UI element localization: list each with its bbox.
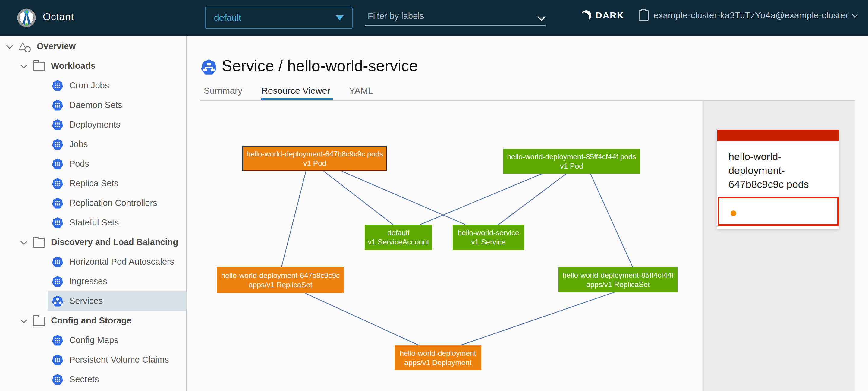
persistent-volume-claims-icon xyxy=(52,354,63,366)
graph-edge-rs-85-deploy xyxy=(461,292,615,345)
sidebar-item-label: Horizontal Pod Autoscalers xyxy=(69,257,174,267)
chevron-down-icon[interactable] xyxy=(21,61,27,68)
daemon-sets-icon xyxy=(52,99,63,111)
moon-icon xyxy=(580,9,592,22)
resource-viewer-graph: hello-world-deployment-647b8c9c9c podsv1… xyxy=(187,101,702,391)
sidebar-item-label: Persistent Volume Claims xyxy=(69,355,169,365)
sidebar-item-workloads[interactable]: Workloads xyxy=(0,56,186,76)
node-detail-panel: hello-world-deployment-647b8c9c9c pods xyxy=(702,101,855,391)
sidebar-item-label: Stateful Sets xyxy=(69,218,119,228)
sidebar-item-stateful-sets[interactable]: Stateful Sets xyxy=(48,213,186,233)
graph-edge-pod-85-svc-hello-world xyxy=(498,174,566,224)
cluster-name: example-cluster-ka3TuTzYo4a@example-clus… xyxy=(653,10,848,21)
tab-summary[interactable]: Summary xyxy=(204,86,242,96)
dark-theme-toggle[interactable]: DARK xyxy=(581,10,624,21)
node-kind: v1 Pod xyxy=(243,158,386,168)
octant-logo-icon xyxy=(17,8,36,27)
services-icon xyxy=(52,295,63,307)
node-name: hello-world-deployment-647b8c9c9c xyxy=(217,271,344,280)
label-filter xyxy=(365,8,546,26)
sidebar-item-label: Replica Sets xyxy=(69,178,119,188)
chevron-down-icon[interactable] xyxy=(21,238,27,245)
horizontal-pod-autoscalers-icon xyxy=(52,256,63,268)
sidebar-item-label: Cron Jobs xyxy=(69,81,109,90)
dark-toggle-label: DARK xyxy=(595,10,624,21)
graph-node-pod-647[interactable]: hello-world-deployment-647b8c9c9c podsv1… xyxy=(242,146,387,171)
node-kind: apps/v1 ReplicaSet xyxy=(217,280,344,290)
sidebar-item-label: Discovery and Load Balancing xyxy=(51,237,178,247)
sidebar-item-deployments[interactable]: Deployments xyxy=(48,115,186,134)
graph-node-sa-default[interactable]: defaultv1 ServiceAccount xyxy=(365,224,432,250)
tab-resource-viewer[interactable]: Resource Viewer xyxy=(261,86,330,96)
tab-bar: SummaryResource ViewerYAML xyxy=(204,86,373,96)
pods-icon xyxy=(52,158,63,170)
sidebar-item-persistent-volume-claims[interactable]: Persistent Volume Claims xyxy=(48,350,186,369)
graph-node-pod-85[interactable]: hello-world-deployment-85ff4cf44f podsv1… xyxy=(503,149,640,174)
graph-node-rs-647[interactable]: hello-world-deployment-647b8c9c9capps/v1… xyxy=(217,267,344,293)
sidebar-item-ingresses[interactable]: Ingresses xyxy=(48,272,186,291)
namespace-select[interactable]: default xyxy=(205,7,352,29)
sidebar-item-label: Deployments xyxy=(69,120,120,130)
secrets-icon xyxy=(52,374,63,385)
sidebar-item-daemon-sets[interactable]: Daemon Sets xyxy=(48,95,186,115)
service-icon xyxy=(201,59,217,76)
ingresses-icon xyxy=(52,276,63,287)
graph-node-rs-85[interactable]: hello-world-deployment-85ff4cf44fapps/v1… xyxy=(558,267,678,292)
app-title: Octant xyxy=(43,11,74,23)
graph-edge-pod-85-rs-85 xyxy=(590,174,632,267)
sidebar-item-horizontal-pod-autoscalers[interactable]: Horizontal Pod Autoscalers xyxy=(48,252,186,272)
sidebar-item-label: Pods xyxy=(69,159,89,169)
sidebar-item-discovery-and-load-balancing[interactable]: Discovery and Load Balancing xyxy=(0,233,186,252)
node-name: hello-world-service xyxy=(453,228,524,237)
sidebar-item-pods[interactable]: Pods xyxy=(48,154,186,174)
node-kind: v1 Service xyxy=(453,237,524,247)
label-filter-input[interactable] xyxy=(365,8,546,26)
sidebar-item-label: Services xyxy=(69,296,103,306)
sidebar-item-cron-jobs[interactable]: Cron Jobs xyxy=(48,76,186,95)
chevron-down-icon[interactable] xyxy=(6,42,13,49)
sidebar-item-label: Replication Controllers xyxy=(69,198,157,208)
replica-sets-icon xyxy=(52,178,63,189)
app-header: Octant default DARK example-cluster-ka3T… xyxy=(0,0,868,36)
sidebar-item-label: Overview xyxy=(37,41,76,51)
sidebar: △OverviewWorkloadsCron JobsDaemon SetsDe… xyxy=(0,36,187,391)
sidebar-item-replication-controllers[interactable]: Replication Controllers xyxy=(48,193,186,213)
chevron-down-icon[interactable] xyxy=(21,316,27,323)
tab-yaml[interactable]: YAML xyxy=(349,86,373,96)
sidebar-item-label: Ingresses xyxy=(69,276,107,287)
cluster-icon xyxy=(639,10,649,21)
sidebar-item-config-and-storage[interactable]: Config and Storage xyxy=(0,311,186,330)
graph-node-deploy[interactable]: hello-world-deploymentapps/v1 Deployment xyxy=(395,345,481,370)
graph-node-svc-hello-world[interactable]: hello-world-servicev1 Service xyxy=(453,224,524,250)
namespace-caret-icon xyxy=(336,16,344,21)
node-name: hello-world-deployment-647b8c9c9c pods xyxy=(243,149,386,158)
node-name: default xyxy=(365,228,432,237)
sidebar-item-label: Secrets xyxy=(69,374,99,384)
stateful-sets-icon xyxy=(52,217,63,229)
cluster-selector[interactable]: example-cluster-ka3TuTzYo4a@example-clus… xyxy=(639,10,856,21)
node-kind: v1 ServiceAccount xyxy=(365,237,432,247)
sidebar-item-label: Config and Storage xyxy=(51,315,131,326)
folder-icon xyxy=(33,238,45,247)
sidebar-item-config-maps[interactable]: Config Maps xyxy=(48,330,186,350)
replication-controllers-icon xyxy=(52,198,63,209)
detail-card-title: hello-world-deployment-647b8c9c9c pods xyxy=(717,141,839,191)
pod-status-dot[interactable] xyxy=(731,210,736,216)
sidebar-item-label: Config Maps xyxy=(69,335,119,345)
active-tab-underline xyxy=(261,98,333,100)
sidebar-item-secrets[interactable]: Secrets xyxy=(48,369,186,389)
sidebar-item-label: Jobs xyxy=(69,139,88,149)
graph-edge-pod-647-svc-hello-world xyxy=(342,171,465,224)
pod-status-box xyxy=(718,197,839,226)
sidebar-item-jobs[interactable]: Jobs xyxy=(48,134,186,154)
node-name: hello-world-deployment-85ff4cf44f xyxy=(558,270,678,280)
namespace-select-value: default xyxy=(214,13,241,23)
sidebar-item-replica-sets[interactable]: Replica Sets xyxy=(48,174,186,193)
sidebar-item-services[interactable]: Services xyxy=(48,291,186,311)
node-kind: apps/v1 Deployment xyxy=(395,358,481,367)
folder-icon xyxy=(33,62,45,71)
cluster-chevron-icon xyxy=(852,12,858,18)
sidebar-item-overview[interactable]: △Overview xyxy=(0,36,186,56)
deployments-icon xyxy=(52,119,63,130)
sidebar-item-label: Daemon Sets xyxy=(69,100,122,110)
